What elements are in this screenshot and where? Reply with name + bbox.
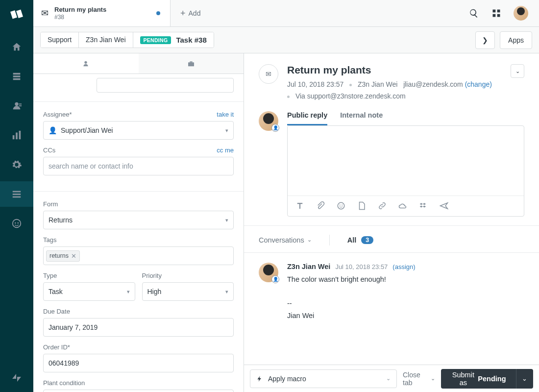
ticket-header: ✉ Return my plants Jul 10, 2018 23:57 Z3… [244,53,539,111]
priority-label: Priority [142,272,162,279]
ticket-tab[interactable]: ✉ Return my plants #38 [33,0,171,26]
grid-icon [491,8,501,18]
ticket-options-button[interactable]: ⌄ [511,64,524,78]
file-icon[interactable] [357,201,366,210]
svg-rect-4 [13,135,15,139]
ticket-footer: Apply macro ⌄ Close tab ⌄ Submit as Pend… [244,365,539,392]
apps-grid-button[interactable] [491,8,502,19]
user-avatar[interactable] [514,6,528,21]
properties-panel: Assignee* take it 👤 Support/Jian Wei ▾ [33,53,244,392]
form-select[interactable]: Returns ▾ [43,211,234,229]
svg-point-20 [340,205,341,206]
task-number: Task #38 [176,36,206,44]
order-input[interactable] [43,354,234,372]
cc-me-link[interactable]: cc me [217,147,234,154]
plant-input[interactable] [43,390,234,392]
ccs-input[interactable] [43,157,234,175]
due-input[interactable] [43,318,234,337]
filter-all[interactable]: All 3 [347,236,373,244]
type-label: Type [43,272,57,279]
requester-avatar: 👤 [259,263,278,282]
ticket-via: Via support@z3nstore.zendesk.com [295,92,406,100]
chevron-down-icon: ⌄ [515,68,520,74]
remove-tag-icon[interactable]: ✕ [71,252,76,260]
bolt-icon [256,375,263,382]
svg-rect-2 [19,103,22,104]
priority-select[interactable]: High ▾ [142,282,234,301]
conversation-panel: ✉ Return my plants Jul 10, 2018 23:57 Z3… [244,53,539,392]
breadcrumb-support[interactable]: Support [41,32,79,48]
svg-rect-3 [19,105,22,106]
apps-button[interactable]: Apps [500,31,532,49]
svg-rect-1 [16,9,23,18]
order-label: Order ID* [43,343,70,351]
attachment-icon[interactable] [316,201,325,210]
reply-editor[interactable] [287,125,524,217]
assignee-select[interactable]: 👤 Support/Jian Wei ▾ [43,121,234,140]
take-it-link[interactable]: take it [217,111,234,118]
tags-input[interactable]: returns ✕ [43,246,234,265]
emoji-icon[interactable] [337,201,345,210]
svg-rect-18 [190,61,192,62]
submit-options-button[interactable]: ⌄ [516,369,534,389]
svg-rect-14 [497,10,500,13]
svg-point-19 [338,202,344,209]
public-reply-tab[interactable]: Public reply [287,111,327,125]
assignee-value: Support/Jian Wei [61,126,113,134]
add-tab-button[interactable]: + Add [171,0,210,26]
breadcrumb-task[interactable]: PENDING Task #38 [133,32,214,48]
nav-reports[interactable] [0,122,33,148]
assign-link[interactable]: (assign) [392,263,415,270]
editor-toolbar [288,196,524,216]
panel-tab-user[interactable] [33,53,139,74]
plus-icon: + [180,8,186,19]
submit-button[interactable]: Submit as Pending [441,369,515,389]
svg-point-11 [15,222,16,224]
nav-admin[interactable] [0,152,33,177]
internal-note-tab[interactable]: Internal note [340,111,383,125]
assignee-label: Assignee* [43,111,72,118]
brand-logo [7,5,26,24]
tab-title: Return my plants [54,6,106,14]
due-label: Due Date [43,308,70,315]
agent-avatar: 👤 [259,111,278,131]
message-line: The color wasn't bright enough! [287,273,524,286]
panel-tab-ticket[interactable] [139,53,244,74]
search-icon [469,8,479,18]
breadcrumb-requester[interactable]: Z3n Jian Wei [79,32,133,48]
conversations-dropdown[interactable]: Conversations ⌄ [259,236,312,244]
search-button[interactable] [468,8,479,19]
nav-views[interactable] [0,64,33,89]
zendesk-logo-icon [11,372,23,385]
send-icon[interactable] [440,201,448,210]
close-tab-button[interactable]: Close tab ⌄ [403,371,435,387]
plant-label: Plant condition [43,379,85,387]
nav-home[interactable] [0,34,33,60]
chevron-down-icon: ▾ [127,289,130,295]
tag-returns: returns ✕ [46,250,80,262]
text-format-icon[interactable] [295,201,304,210]
nav-customers[interactable] [0,93,33,119]
svg-rect-13 [493,10,496,13]
svg-rect-16 [497,14,500,17]
type-select[interactable]: Task ▾ [43,282,135,301]
chevron-down-icon: ⌄ [386,375,391,382]
chevron-down-icon: ▾ [225,217,228,223]
apply-macro-button[interactable]: Apply macro ⌄ [250,369,397,388]
link-icon[interactable] [378,201,387,210]
cloud-icon[interactable] [398,201,407,210]
briefcase-icon [187,60,195,68]
dropbox-icon[interactable] [419,201,428,210]
tab-subtitle: #38 [54,14,106,21]
change-requester-link[interactable]: (change) [465,80,492,88]
svg-rect-15 [493,14,496,17]
person-icon: 👤 [49,126,57,134]
form-value: Returns [49,216,73,224]
next-ticket-button[interactable]: ❯ [475,31,495,49]
nav-rail [0,0,33,392]
ticket-email: jliau@zendesk.com [403,80,463,88]
nav-item-bot[interactable] [0,211,33,236]
mail-icon: ✉ [41,8,49,19]
tab-bar: ✉ Return my plants #38 + Add [33,0,539,27]
nav-item-active[interactable] [0,181,33,207]
